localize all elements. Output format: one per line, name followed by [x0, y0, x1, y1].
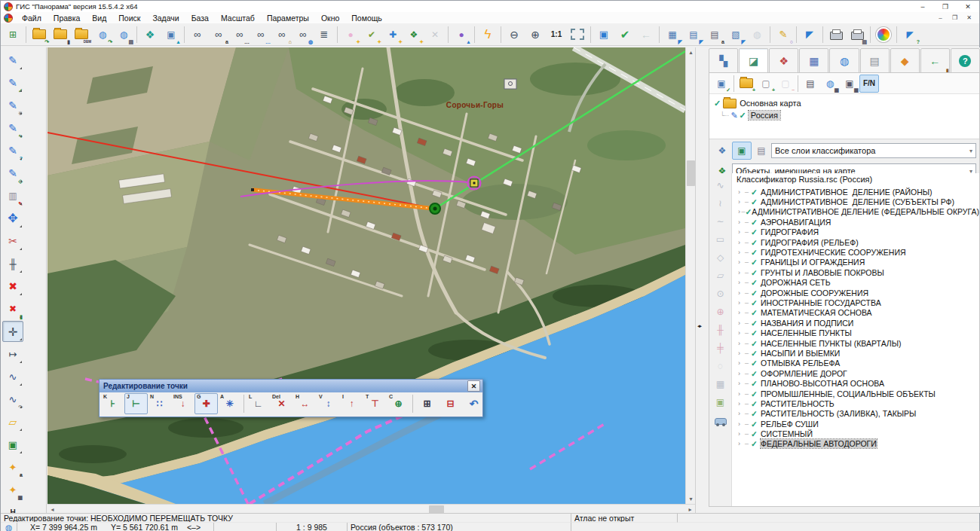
vertical-scroll-thumb[interactable] [687, 160, 695, 186]
select-globe-button[interactable]: ◍ [746, 25, 767, 44]
edit-polygon-button[interactable]: ✎◇ [2, 163, 23, 184]
edit-object-button[interactable]: ✎✓ [2, 72, 23, 93]
expand-icon[interactable]: › [738, 370, 745, 377]
tab-document[interactable]: ▤ [860, 48, 890, 73]
highlight-grid-button[interactable]: ✦▦ [2, 479, 23, 500]
expand-icon[interactable]: › [738, 420, 745, 428]
checkbox-checked-icon[interactable]: ✓ [751, 429, 761, 438]
classifier-item[interactable]: ›–✓ИНОСТРАННЫЕ ГОСУДАРСТВА [732, 298, 979, 307]
classifier-item[interactable]: ›–✓АДМИНИСТРАТИВНОЕ ДЕЛЕНИЕ (ФЕДЕРАЛЬНЫЕ… [732, 207, 979, 217]
all-layers-button[interactable]: ❖ [712, 142, 732, 160]
point-mode-J-button[interactable]: J⊢ [124, 393, 148, 414]
search-name-button[interactable]: ∞a [208, 25, 229, 44]
select-map-objects-button[interactable]: ❖✦ [403, 25, 424, 44]
select-contour-button[interactable]: ●✦ [340, 25, 361, 44]
checkbox-checked-icon[interactable]: ✓ [751, 420, 761, 429]
open-site-button[interactable]: ▮ [50, 25, 71, 44]
menu-item-7[interactable]: Параметры [261, 12, 315, 23]
map-canvas[interactable]: Сорочьи-Горы [47, 47, 685, 504]
fn-toggle-button[interactable]: F/N [859, 75, 879, 93]
checkbox-checked-icon[interactable]: ✓ [751, 349, 761, 358]
point-mode-T-button[interactable]: T⊤ [363, 393, 387, 414]
help-select-button[interactable]: ◤? [899, 25, 920, 44]
checkbox-checked-icon[interactable]: ✓ [751, 238, 761, 247]
tab-classifier[interactable]: ❖ [769, 48, 798, 73]
classifier-item[interactable]: ›–✓РЕЛЬЕФ СУШИ [732, 419, 979, 429]
classifier-item[interactable]: ›–✓ОФОРМЛЕНИЕ ДОРОГ [732, 368, 979, 378]
checkbox-checked-icon[interactable]: ✓ [751, 439, 761, 448]
align-nodes-button[interactable]: ╫ [2, 253, 23, 274]
object-card-button[interactable]: ▤a [704, 25, 725, 44]
checkbox-checked-icon[interactable]: ✓ [751, 308, 761, 317]
point-mode-H-button[interactable]: H↔ [293, 393, 317, 414]
point-mode-INS-button[interactable]: INS↓ [171, 393, 194, 414]
scale-indicator[interactable]: 1 : 9 985 [277, 523, 348, 531]
tab-navigator[interactable]: ◆ [890, 48, 920, 73]
delete-part-button[interactable]: ✖▮ [2, 298, 23, 319]
point-mode-I-button[interactable]: I↑ [340, 393, 363, 414]
menu-item-0[interactable]: Файл [16, 12, 47, 23]
classifier-item[interactable]: ›–✓НАСЕЛЕННЫЕ ПУНКТЫ (КВАРТАЛЫ) [732, 338, 979, 348]
tab-composition[interactable]: ▚ [709, 48, 738, 73]
map-layers-button[interactable]: ▣ [732, 142, 752, 160]
mdi-restore-button[interactable]: ❐ [948, 12, 962, 23]
vehicle-button[interactable] [712, 411, 730, 429]
select-add-button[interactable]: ✚✦ [382, 25, 403, 44]
open-geoportal-button[interactable]: ◍↷ [92, 25, 113, 44]
checkbox-checked-icon[interactable]: ✓ [751, 188, 761, 197]
view-frame-button[interactable]: ▣ [593, 25, 614, 44]
zoom-out-button[interactable]: ⊖ [504, 25, 525, 44]
copy-to-map-button[interactable]: ▣ [2, 434, 23, 455]
draw-parallel-2-button[interactable]: ╪ [712, 339, 730, 357]
open-map-button[interactable]: ↷ [29, 25, 50, 44]
expand-icon[interactable]: › [738, 218, 745, 226]
classifier-item[interactable]: ›–✓ДОРОЖНАЯ СЕТЬ [732, 278, 979, 288]
classifier-item[interactable]: ›–✓ОТМЫВКА РЕЛЬЕФА [732, 359, 979, 368]
classifier-item[interactable]: ›–✓НАСЕЛЕННЫЕ ПУНКТЫ [732, 328, 979, 337]
create-object-button[interactable]: ✎ [2, 50, 23, 71]
classifier-item[interactable]: ›–✓АЭРОНАВИГАЦИЯ [732, 217, 979, 227]
draw-parallelogram-button[interactable]: ▱ [712, 267, 730, 285]
step-back-button[interactable]: ← [635, 25, 657, 44]
checkbox-checked-icon[interactable]: ✓ [751, 218, 761, 227]
print-report-button[interactable]: ▤ [847, 25, 868, 44]
checkbox-checked-icon[interactable]: ✓ [751, 319, 761, 328]
select-on-map-button[interactable]: ▧◤ [725, 25, 746, 44]
search-button[interactable]: ∞ [187, 25, 208, 44]
measure-ruler-button[interactable]: ▱ [2, 411, 23, 432]
checkbox-checked-icon[interactable]: ✓ [714, 99, 721, 108]
tree-row-root[interactable]: ✓ Основная карта [714, 97, 979, 109]
expand-icon[interactable]: › [738, 309, 745, 316]
checkbox-checked-icon[interactable]: ✓ [751, 258, 761, 267]
edit-part-button[interactable]: ∿ [2, 366, 23, 387]
expand-icon[interactable]: › [738, 299, 745, 307]
draw-circle-button[interactable]: ◌ [712, 357, 730, 375]
expand-icon[interactable]: › [738, 349, 745, 357]
checkbox-checked-icon[interactable]: ✓ [740, 111, 746, 121]
checkbox-checked-icon[interactable]: ✓ [751, 248, 761, 257]
delete-object-button[interactable]: ✖ [2, 276, 23, 297]
checkbox-checked-icon[interactable]: ✓ [751, 288, 761, 298]
menu-item-8[interactable]: Окно [315, 12, 345, 23]
scale-one-to-one-button[interactable]: 1:1 [546, 25, 567, 44]
draw-rect-button[interactable]: ▭ [712, 230, 730, 249]
draw-circle-radius-button[interactable]: ⊙ [712, 285, 730, 303]
point-mode-V-button[interactable]: V↕ [317, 393, 340, 414]
remove-point-button[interactable]: ⊟ [439, 393, 462, 414]
menu-item-1[interactable]: Правка [47, 12, 86, 23]
print-button[interactable] [825, 25, 847, 44]
select-mode-button[interactable]: ◤ [799, 25, 820, 44]
expand-icon[interactable]: › [738, 239, 745, 246]
classifier-item[interactable]: ›–✓РАСТИТЕЛЬНОСТЬ [732, 398, 979, 408]
menu-item-9[interactable]: Помощь [345, 12, 388, 23]
expand-icon[interactable]: › [738, 269, 745, 276]
search-selected-button[interactable]: ∞… [250, 25, 271, 44]
classifier-item[interactable]: ›–✓СИСТЕМНЫЙ [732, 429, 979, 438]
checkbox-checked-icon[interactable]: ✓ [751, 359, 761, 368]
expand-icon[interactable]: › [738, 198, 745, 206]
point-mode-N-button[interactable]: N∷ [148, 393, 171, 414]
topology-point-button[interactable]: ↦ [2, 343, 23, 365]
create-axis-button[interactable]: ✎✳ [2, 95, 23, 116]
expand-icon[interactable]: › [738, 279, 745, 286]
expand-icon[interactable]: › [738, 340, 745, 347]
